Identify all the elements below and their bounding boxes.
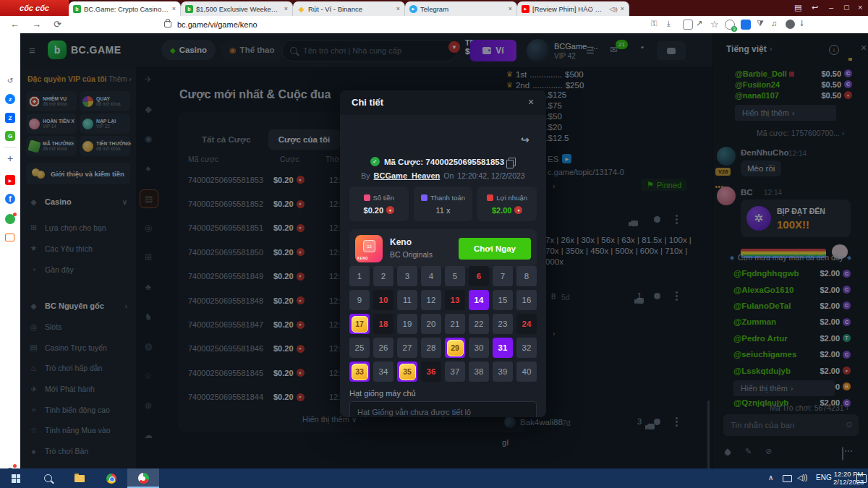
adblock-badge: 3: [731, 26, 737, 32]
keno-tile: 26: [373, 338, 393, 358]
zalo-icon[interactable]: Z: [5, 113, 15, 123]
browser-side-strip: ↺ z Z G + ▶ f •••: [0, 33, 21, 468]
modal-title: Chi tiết: [352, 97, 383, 108]
sidebar-toggle-icon[interactable]: ▤: [794, 3, 801, 12]
tab-close-icon[interactable]: ×: [172, 5, 176, 12]
games-icon[interactable]: G: [5, 131, 15, 141]
keno-tile: 10: [373, 290, 393, 310]
network-icon[interactable]: [783, 475, 792, 482]
browser-tab[interactable]: Rút - Ví - Binance ×: [293, 1, 405, 16]
close-button[interactable]: ×: [858, 3, 862, 12]
browser-tab[interactable]: Telegram ×: [405, 1, 517, 16]
brand-label: cốc cốc: [20, 4, 49, 12]
modal-close-icon[interactable]: ×: [528, 96, 534, 108]
share-icon[interactable]: ↪: [521, 134, 529, 145]
coccoc-taskbar-icon[interactable]: [127, 468, 159, 488]
by-label: By: [361, 171, 370, 180]
stat-card: Số tiền $0.20: [349, 187, 409, 221]
youtube-icon[interactable]: ▶: [5, 175, 15, 185]
keno-game-icon[interactable]: 12 KENO: [355, 235, 383, 262]
maximize-button[interactable]: ▢: [843, 4, 850, 11]
browser-tab[interactable]: [Review Phim] HÀO QUA ◁)) ×: [517, 1, 629, 16]
keno-tile: 1: [349, 266, 370, 286]
browser-tab[interactable]: BC.Game: Crypto Casino Gam ×: [69, 1, 181, 16]
keno-tile: 8: [516, 266, 537, 286]
stat-label: Thanh toán: [430, 194, 465, 202]
minimize-button[interactable]: –: [829, 3, 833, 12]
save-icon[interactable]: ⤓: [667, 19, 671, 28]
taskbar-search-icon[interactable]: [32, 468, 64, 488]
reload-icon[interactable]: ⟳: [54, 19, 61, 30]
browser-tab[interactable]: $1,500 Exclusive Weekend Ke ×: [181, 1, 293, 16]
file-explorer-icon[interactable]: [64, 468, 95, 488]
keno-tile: 14: [469, 290, 489, 310]
stat-label: Lợi nhuận: [496, 194, 527, 202]
profile-avatar[interactable]: [786, 20, 795, 29]
add-shortcut-icon[interactable]: +: [5, 153, 15, 163]
game-name[interactable]: Keno: [390, 237, 412, 247]
keno-tile: 30: [469, 338, 489, 358]
action-center-icon[interactable]: [856, 474, 867, 483]
keno-tile: 6: [469, 266, 489, 286]
stat-value: 11 x: [436, 206, 451, 215]
bookmark-star-icon[interactable]: ☆: [710, 19, 719, 30]
share-icon[interactable]: ↗: [696, 19, 702, 28]
browser-tab-bar: cốc cốc BC.Game: Crypto Casino Gam × $1,…: [0, 0, 868, 16]
tab-close-icon[interactable]: ×: [396, 5, 400, 12]
stat-icon: [487, 194, 493, 201]
url-text[interactable]: bc.game/vi/game/keno: [177, 20, 258, 29]
adblock-shield-icon[interactable]: 3: [725, 20, 735, 30]
keno-tile: 11: [397, 290, 417, 310]
chrome-icon[interactable]: [95, 468, 127, 488]
language-indicator[interactable]: ENG: [816, 474, 832, 481]
volume-icon[interactable]: ◁)): [797, 474, 807, 481]
music-icon[interactable]: ♫: [771, 19, 777, 27]
translate-icon[interactable]: [683, 20, 693, 30]
lock-icon[interactable]: [164, 21, 171, 27]
tab-strip: BC.Game: Crypto Casino Gam × $1,500 Excl…: [69, 1, 629, 16]
tab-favicon: [185, 5, 193, 13]
tab-close-icon[interactable]: ×: [509, 5, 512, 12]
stat-value: $2.00: [492, 206, 512, 215]
stat-icon: [421, 194, 427, 201]
keno-tile: 7: [493, 266, 513, 286]
keno-tile: 15: [493, 290, 513, 310]
keno-tile: 23: [493, 314, 513, 334]
forward-icon[interactable]: →: [32, 19, 41, 30]
keno-tile: 24: [516, 314, 537, 334]
extensions-icon[interactable]: ⧩: [757, 19, 764, 28]
facebook-icon[interactable]: f: [5, 194, 15, 204]
tray-expand-icon[interactable]: ∧: [768, 474, 773, 481]
keno-tile: 18: [373, 314, 393, 334]
keno-grid: 1234567891011121314151617181920212223242…: [349, 266, 537, 382]
keno-tile: 29: [445, 338, 465, 358]
back-icon[interactable]: ←: [10, 19, 20, 30]
address-bar: ← → ⟳ bc.game/vi/game/keno ⚿ ⤓ ↗ ☆ 3 ⧩ ♫…: [0, 16, 868, 34]
history-icon[interactable]: ↺: [5, 75, 15, 85]
tab-title: [Review Phim] HÀO QUA: [532, 5, 606, 13]
keno-tile: 27: [397, 338, 417, 358]
messenger-icon[interactable]: z: [5, 94, 15, 104]
stat-value: $0.20: [364, 206, 384, 215]
key-icon[interactable]: ⚿: [651, 19, 657, 28]
download-box-icon[interactable]: [741, 20, 751, 30]
play-now-button[interactable]: Chơi Ngay: [459, 238, 531, 260]
cart-icon[interactable]: [5, 234, 14, 241]
coccoc-brand[interactable]: cốc cốc: [0, 0, 69, 16]
bet-author[interactable]: BCGame_Heaven: [374, 171, 441, 180]
server-seed-label: Hạt giống máy chủ: [349, 389, 416, 398]
tab-close-icon[interactable]: ×: [284, 5, 288, 12]
bet-id-row: ✓ Mã Cược: 74000250695581853: [340, 157, 546, 166]
copy-icon[interactable]: [509, 158, 516, 166]
start-button[interactable]: [0, 468, 32, 488]
stat-card: Thanh toán 11 x: [414, 187, 473, 221]
bet-stats: Số tiền $0.20 Thanh toán 11 x Lợi nhuận …: [349, 187, 537, 221]
new-tab-button[interactable]: +: [587, 2, 593, 14]
tab-audio-icon[interactable]: ◁)): [609, 6, 617, 12]
download-arrow-icon[interactable]: ⭣: [800, 19, 804, 28]
server-seed-value[interactable]: Hạt Giống vẫn chưa được tiết lộ: [349, 401, 537, 417]
sports-ball-icon[interactable]: [5, 214, 15, 224]
restore-tab-icon[interactable]: ↩: [812, 3, 818, 12]
tab-close-icon[interactable]: ×: [621, 5, 624, 12]
keno-tile: 9: [349, 290, 370, 310]
